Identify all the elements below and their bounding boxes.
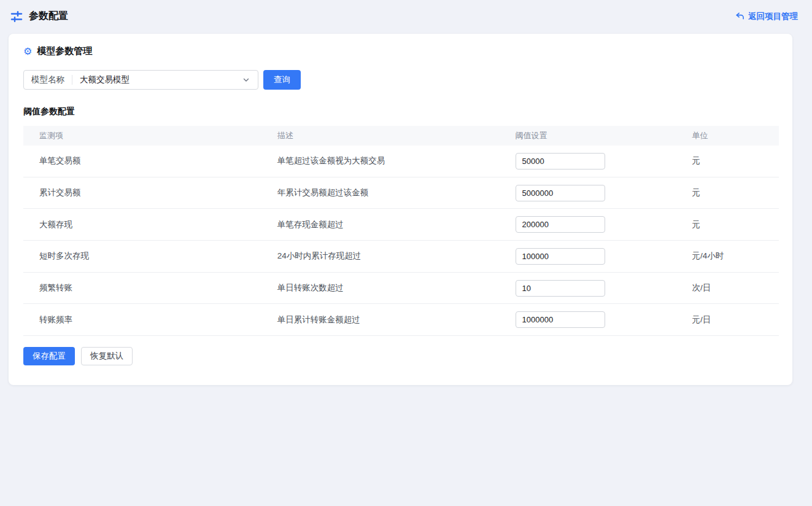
row-item-label: 短时多次存现 [23, 251, 261, 262]
row-unit: 元/日 [676, 314, 779, 325]
page-title: 参数配置 [29, 10, 68, 23]
row-description: 单日转账次数超过 [261, 282, 500, 294]
threshold-input[interactable] [516, 280, 605, 297]
col-header-desc: 描述 [261, 130, 500, 141]
table-row: 频繁转账 单日转账次数超过 次/日 [23, 273, 779, 305]
row-description: 年累计交易额超过该金额 [261, 187, 500, 198]
row-description: 单日累计转账金额超过 [261, 314, 500, 325]
chevron-down-icon [242, 76, 258, 84]
topbar: 参数配置 返回项目管理 [0, 0, 812, 33]
row-item-label: 单笔交易额 [23, 155, 261, 166]
save-config-button[interactable]: 保存配置 [23, 347, 75, 365]
row-description: 24小时内累计存现超过 [261, 251, 500, 262]
table-row: 短时多次存现 24小时内累计存现超过 元/4小时 [23, 241, 779, 273]
panel-title: 模型参数管理 [37, 45, 92, 57]
model-name-selected-value: 大额交易模型 [72, 74, 242, 85]
row-unit: 元 [676, 155, 779, 166]
actions-row: 保存配置 恢复默认 [23, 347, 778, 365]
threshold-input[interactable] [516, 311, 605, 328]
query-button[interactable]: 查询 [263, 70, 301, 90]
undo-arrow-icon [735, 12, 744, 21]
table-row: 单笔交易额 单笔超过该金额视为大额交易 元 [23, 146, 779, 177]
threshold-input[interactable] [516, 185, 605, 201]
row-item-label: 大额存现 [23, 219, 261, 230]
model-parameters-card: ⚙ 模型参数管理 模型名称 大额交易模型 查询 阈值参数配置 监测项 描述 阈值… [9, 34, 792, 385]
query-row: 模型名称 大额交易模型 查询 [23, 70, 778, 90]
table-header-row: 监测项 描述 阈值设置 单位 [23, 126, 779, 146]
threshold-input[interactable] [516, 216, 605, 233]
row-item-label: 频繁转账 [23, 282, 261, 294]
panel-title-row: ⚙ 模型参数管理 [23, 45, 778, 57]
row-description: 单笔存现金额超过 [261, 219, 500, 230]
restore-default-button[interactable]: 恢复默认 [81, 347, 133, 365]
gear-icon: ⚙ [23, 47, 32, 56]
col-header-unit: 单位 [676, 130, 779, 141]
col-header-item: 监测项 [23, 130, 261, 141]
topbar-left: 参数配置 [10, 10, 68, 23]
table-row: 转账频率 单日累计转账金额超过 元/日 [23, 304, 779, 336]
threshold-table: 监测项 描述 阈值设置 单位 单笔交易额 单笔超过该金额视为大额交易 元 累计交… [23, 126, 779, 336]
sliders-icon [10, 10, 23, 23]
row-unit: 元/4小时 [676, 251, 779, 262]
row-unit: 元 [676, 187, 779, 198]
table-row: 累计交易额 年累计交易额超过该金额 元 [23, 177, 779, 209]
model-name-select[interactable]: 模型名称 大额交易模型 [23, 70, 258, 90]
row-item-label: 转账频率 [23, 314, 261, 325]
model-name-label: 模型名称 [24, 74, 72, 85]
row-description: 单笔超过该金额视为大额交易 [261, 155, 500, 166]
threshold-input[interactable] [516, 153, 605, 169]
threshold-input[interactable] [516, 248, 605, 265]
row-item-label: 累计交易额 [23, 187, 261, 198]
back-to-project-link[interactable]: 返回项目管理 [735, 11, 798, 22]
row-unit: 元 [676, 219, 779, 230]
back-link-label: 返回项目管理 [748, 11, 798, 22]
threshold-section-title: 阈值参数配置 [23, 106, 778, 117]
col-header-threshold: 阈值设置 [500, 130, 676, 141]
row-unit: 次/日 [676, 282, 779, 294]
table-row: 大额存现 单笔存现金额超过 元 [23, 209, 779, 241]
